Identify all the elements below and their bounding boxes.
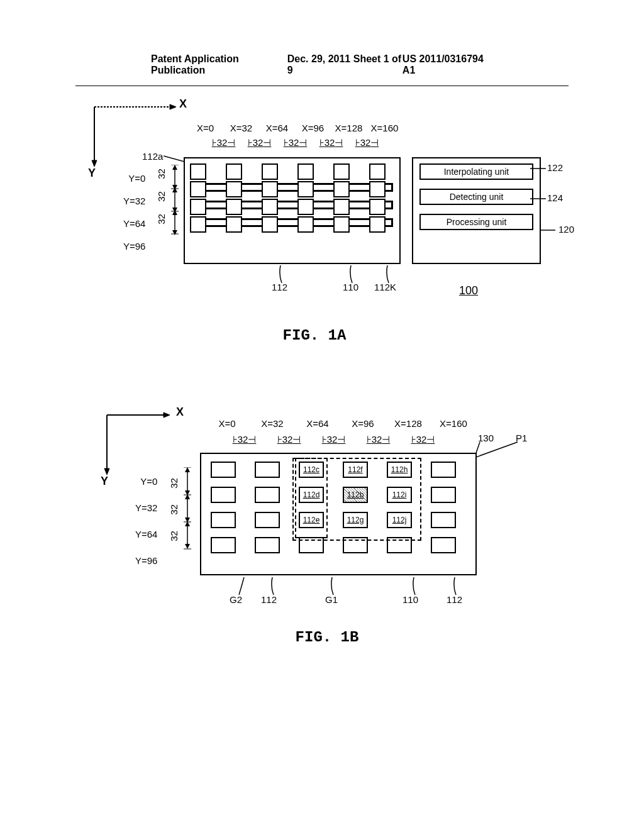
sensor-node [369,199,386,215]
sensor-node [262,199,278,215]
sensor-node [369,181,386,197]
x-label: X=32 [223,123,259,133]
sensor-node [262,163,278,180]
sensor-node [255,462,280,478]
x-label: X=64 [298,418,337,429]
axis-x-label-b: X [176,406,184,419]
leader-g1 [327,577,340,596]
sensor-panel-a [184,157,401,264]
svg-marker-12 [172,210,177,215]
detecting-unit: Detecting unit [419,189,533,205]
sensor-node [190,216,206,233]
ref-112-bottom: 112 [261,594,277,605]
header-center: Dec. 29, 2011 Sheet 1 of 9 [287,53,402,79]
processing-panel: Interpolating unit Detecting unit Proces… [412,157,541,264]
sensor-node [297,181,314,197]
sensor-node [431,512,456,528]
ref-110: 110 [343,282,358,292]
leader-112b [267,577,280,596]
x-label: X=0 [208,418,247,429]
sensor-node [431,537,456,553]
pitch-label: ⊦32⊣ [313,137,349,148]
sensor-node [297,216,314,233]
leader-122 [530,163,549,173]
sensor-node [297,199,314,215]
y-labels-b: Y=0 Y=32 Y=64 Y=96 [135,470,157,576]
ref-112k: 112K [374,282,396,292]
y-label: Y=64 [123,213,145,235]
y-label: Y=32 [123,190,145,213]
sensor-row [190,216,399,233]
sensor-node [211,512,236,528]
x-labels-a: X=0 X=32 X=64 X=96 X=128 X=160 [187,123,402,133]
patent-header: Patent Application Publication Dec. 29, … [75,0,569,86]
header-left: Patent Application Publication [151,53,287,79]
y-bracket-b [181,467,195,565]
svg-marker-13 [172,230,177,235]
pitch-label: ⊦32⊣ [206,137,242,148]
y-label: Y=32 [135,497,157,523]
sensor-node [190,163,206,180]
leader-124 [530,194,549,203]
sensor-node [255,487,280,503]
leader-g2 [236,577,249,596]
group-g2 [295,458,328,538]
sensor-node [333,199,350,215]
sensor-node [333,163,350,180]
sensor-node [226,181,242,197]
sensor-node [226,163,242,180]
ref-112: 112 [272,282,287,292]
x-label: X=64 [259,123,295,133]
leader-110b [409,577,421,596]
ref-110-b: 110 [402,594,418,605]
axis-x-label-a: X [179,97,187,111]
sensor-node [333,181,350,197]
x-label: X=96 [295,123,331,133]
sensor-node [369,216,386,233]
y-label: Y=64 [135,523,157,550]
pitch-label: ⊦32⊣ [277,137,313,148]
axis-y-label-b: Y [101,475,108,488]
x-pitch-labels-a: ⊦32⊣ ⊦32⊣ ⊦32⊣ ⊦32⊣ ⊦32⊣ [206,137,385,148]
leader-112c [450,577,462,596]
sensor-node [431,462,456,478]
axis-y-label-a: Y [88,167,96,180]
svg-marker-36 [185,544,190,549]
y-label: Y=96 [123,235,145,258]
svg-marker-8 [172,165,177,170]
pitch-label: ⊦32⊣ [242,137,277,148]
device-number: 100 [459,284,478,297]
ref-122: 122 [547,162,563,173]
sensor-row [190,199,399,215]
y-labels-a: Y=0 Y=32 Y=64 Y=96 [123,167,145,258]
sensor-node [211,487,236,503]
svg-marker-24 [104,468,109,475]
y-label: Y=0 [123,167,145,190]
sensor-node [211,462,236,478]
ref-g2: G2 [230,594,242,605]
sensor-node [431,487,456,503]
svg-marker-10 [172,187,177,192]
ref-124: 124 [547,192,563,203]
y-pitch-labels-b: 32 32 32 [169,478,179,557]
sensor-node [262,181,278,197]
sensor-node [255,537,280,553]
svg-marker-1 [170,104,176,109]
pitch-label: ⊦32⊣ [349,137,385,148]
y-pitch-labels-a: 32 32 32 [156,169,167,236]
fig-1a-label: FIG. 1A [252,327,377,344]
x-labels-b: X=0 X=32 X=64 X=96 X=128 X=160 [208,418,473,429]
sensor-node [297,163,314,180]
coord-axis-b [101,409,189,478]
y-bracket-a [169,165,182,246]
svg-marker-22 [164,412,170,418]
leader-120 [540,225,558,235]
x-label: X=96 [343,418,382,429]
sensor-node [262,216,278,233]
header-right: US 2011/0316794 A1 [402,53,493,79]
ref-g1: G1 [325,594,338,605]
sensor-node [211,537,236,553]
x-label: X=128 [331,123,367,133]
sensor-row [190,163,399,180]
x-label: X=160 [367,123,402,133]
